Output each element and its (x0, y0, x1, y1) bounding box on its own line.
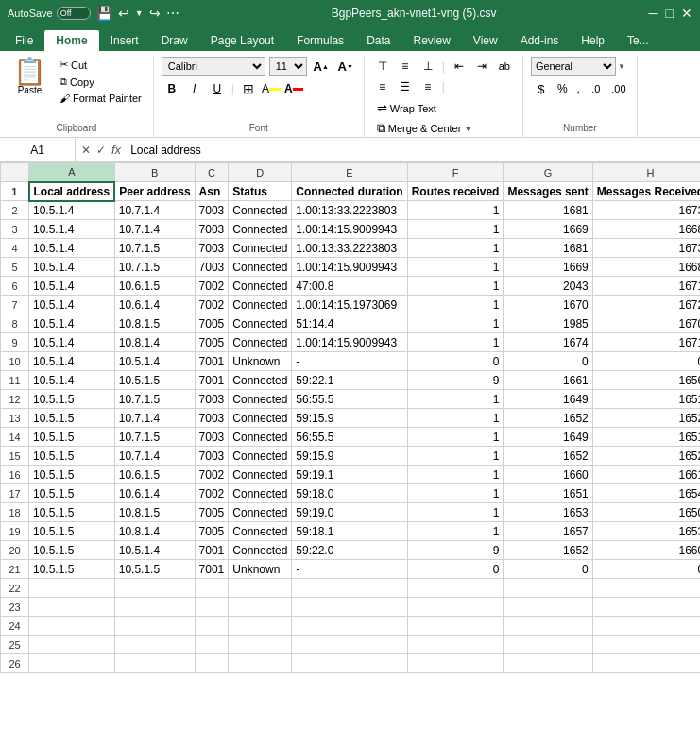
table-cell[interactable]: 1 (407, 390, 504, 409)
table-cell[interactable] (292, 579, 407, 598)
table-cell[interactable]: 10.6.1.4 (114, 296, 195, 314)
tab-draw[interactable]: Draw (150, 30, 199, 51)
table-cell[interactable] (29, 636, 115, 654)
row-header-26[interactable]: 26 (1, 654, 29, 673)
table-cell[interactable]: Connected (229, 258, 292, 277)
table-cell[interactable]: 1649 (504, 390, 592, 409)
decrease-decimal-button[interactable]: .00 (608, 79, 629, 98)
table-cell[interactable] (229, 617, 292, 636)
table-cell[interactable]: Connected (229, 522, 292, 541)
table-cell[interactable]: 1670 (504, 296, 592, 314)
col-header-d[interactable]: D (229, 163, 292, 182)
table-cell[interactable]: 10.5.1.5 (29, 447, 115, 466)
table-cell[interactable]: 10.5.1.4 (29, 201, 115, 220)
table-cell[interactable]: 1.00:13:33.2223803 (292, 239, 407, 258)
col-header-h[interactable]: H (592, 163, 700, 182)
table-cell[interactable]: 10.5.1.5 (29, 560, 115, 579)
table-cell[interactable]: 7003 (195, 220, 229, 239)
confirm-formula-icon[interactable]: ✓ (96, 144, 106, 157)
table-cell[interactable]: - (292, 352, 407, 371)
row-header-9[interactable]: 9 (1, 333, 29, 352)
table-cell[interactable] (504, 636, 592, 654)
table-cell[interactable]: 1657 (504, 522, 592, 541)
table-cell[interactable]: 10.5.1.5 (114, 560, 195, 579)
table-cell[interactable] (29, 579, 115, 598)
table-cell[interactable] (195, 636, 229, 654)
table-cell[interactable]: 59:18.0 (292, 484, 407, 503)
cut-button[interactable]: ✂ Cut (56, 57, 145, 73)
table-cell[interactable]: Connected (229, 484, 292, 503)
indent-decrease-button[interactable]: ⇤ (449, 57, 470, 76)
table-cell[interactable]: 0 (504, 352, 592, 371)
table-cell[interactable] (504, 654, 592, 673)
fill-color-button[interactable]: A (261, 79, 282, 98)
table-cell[interactable]: 1660 (504, 466, 592, 484)
underline-button[interactable]: U (207, 79, 228, 98)
align-right-button[interactable]: ≡ (418, 77, 438, 96)
increase-decimal-button[interactable]: .0 (586, 79, 606, 98)
table-cell[interactable]: 1661 (592, 466, 700, 484)
table-cell[interactable]: 10.5.1.4 (29, 258, 115, 277)
table-cell[interactable]: 59:15.9 (292, 447, 407, 466)
bold-button[interactable]: B (162, 79, 182, 98)
table-cell[interactable]: 1652 (592, 409, 700, 428)
table-cell[interactable] (504, 579, 592, 598)
table-cell[interactable]: 10.7.1.5 (114, 428, 195, 447)
table-cell[interactable]: 1 (407, 484, 504, 503)
tab-review[interactable]: Review (401, 30, 461, 51)
text-direction-button[interactable]: ab (494, 57, 515, 76)
table-cell[interactable]: 2043 (504, 277, 592, 296)
table-cell[interactable]: Connected (229, 503, 292, 522)
table-cell[interactable]: 7001 (195, 541, 229, 560)
table-cell[interactable] (229, 579, 292, 598)
table-header-cell[interactable]: Messages Received (592, 182, 700, 201)
table-cell[interactable]: 10.5.1.4 (29, 277, 115, 296)
table-cell[interactable] (114, 579, 195, 598)
table-cell[interactable]: 1653 (592, 522, 700, 541)
table-cell[interactable]: 59:19.0 (292, 503, 407, 522)
row-header-7[interactable]: 7 (1, 296, 29, 314)
currency-button[interactable]: $ (531, 79, 552, 98)
align-center-button[interactable]: ☰ (395, 77, 416, 96)
table-cell[interactable]: 7003 (195, 239, 229, 258)
table-cell[interactable]: Connected (229, 201, 292, 220)
table-cell[interactable]: 1654 (592, 484, 700, 503)
table-cell[interactable]: Connected (229, 390, 292, 409)
table-cell[interactable]: 10.5.1.4 (29, 333, 115, 352)
table-cell[interactable]: 10.5.1.5 (29, 522, 115, 541)
table-cell[interactable]: 1650 (592, 503, 700, 522)
table-cell[interactable] (592, 654, 700, 673)
table-cell[interactable] (592, 579, 700, 598)
table-header-cell[interactable]: Asn (195, 182, 229, 201)
table-cell[interactable]: 1669 (504, 220, 592, 239)
table-cell[interactable]: 1 (407, 466, 504, 484)
table-header-cell[interactable]: Connected duration (292, 182, 407, 201)
row-header-15[interactable]: 15 (1, 447, 29, 466)
percent-button[interactable]: % (554, 80, 572, 97)
table-cell[interactable] (195, 579, 229, 598)
table-cell[interactable]: 7003 (195, 409, 229, 428)
table-cell[interactable]: 10.8.1.4 (114, 333, 195, 352)
table-cell[interactable]: 10.5.1.4 (29, 371, 115, 390)
table-cell[interactable]: 47:00.8 (292, 277, 407, 296)
merge-center-dropdown[interactable]: ▼ (464, 125, 471, 133)
col-header-b[interactable]: B (114, 163, 195, 182)
table-cell[interactable]: 1985 (504, 314, 592, 333)
merge-center-button[interactable]: ⧉ Merge & Center ▼ (372, 118, 477, 139)
indent-increase-button[interactable]: ⇥ (471, 57, 492, 76)
table-cell[interactable]: 1.00:14:15.9009943 (292, 258, 407, 277)
table-cell[interactable] (292, 617, 407, 636)
table-cell[interactable]: 7002 (195, 296, 229, 314)
table-cell[interactable]: 7005 (195, 314, 229, 333)
col-header-g[interactable]: G (504, 163, 592, 182)
table-cell[interactable] (29, 617, 115, 636)
table-cell[interactable]: - (292, 560, 407, 579)
table-cell[interactable]: Connected (229, 277, 292, 296)
save-icon[interactable]: 💾 (96, 6, 112, 21)
table-cell[interactable]: 1 (407, 314, 504, 333)
table-cell[interactable]: Connected (229, 371, 292, 390)
table-cell[interactable]: Connected (229, 541, 292, 560)
table-cell[interactable]: 1 (407, 239, 504, 258)
table-cell[interactable] (504, 598, 592, 617)
table-cell[interactable] (114, 598, 195, 617)
